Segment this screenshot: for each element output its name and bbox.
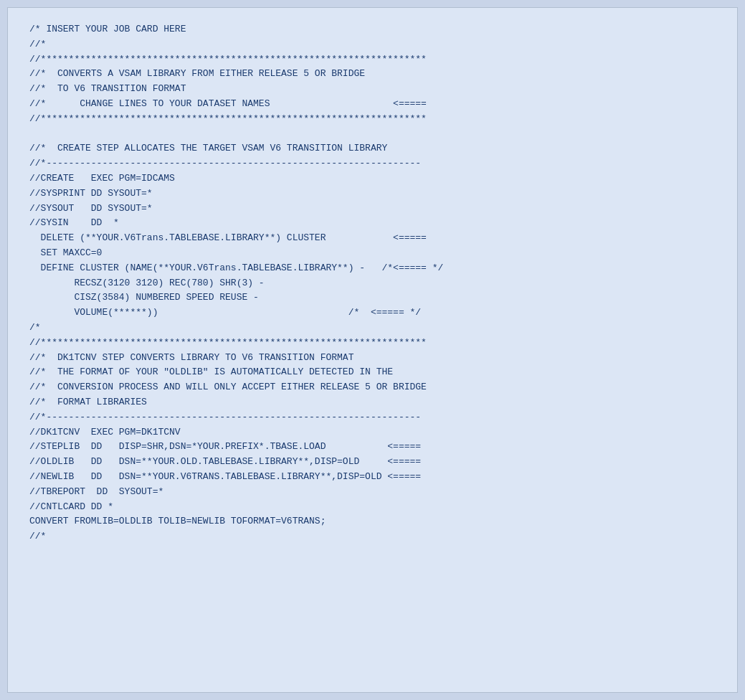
code-line-6: //**************************************… — [29, 112, 716, 127]
code-line-4: //* TO V6 TRANSITION FORMAT — [29, 82, 716, 97]
code-line-26: //*-------------------------------------… — [29, 410, 716, 425]
code-line-1: //* — [29, 37, 716, 52]
code-line-18: CISZ(3584) NUMBERED SPEED REUSE - — [29, 290, 716, 306]
code-block: /* INSERT YOUR JOB CARD HERE//*//*******… — [7, 7, 738, 693]
code-line-30: //NEWLIB DD DSN=**YOUR.V6TRANS.TABLEBASE… — [29, 470, 716, 485]
code-line-23: //* THE FORMAT OF YOUR "OLDLIB" IS AUTOM… — [29, 365, 716, 380]
code-line-32: //CNTLCARD DD * — [29, 500, 716, 515]
code-line-25: //* FORMAT LIBRARIES — [29, 395, 716, 410]
code-line-27: //DK1TCNV EXEC PGM=DK1TCNV — [29, 425, 716, 440]
code-line-8: //* CREATE STEP ALLOCATES THE TARGET VSA… — [29, 141, 716, 156]
code-line-14: DELETE (**YOUR.V6Trans.TABLEBASE.LIBRARY… — [29, 231, 716, 246]
code-line-5: //* CHANGE LINES TO YOUR DATASET NAMES <… — [29, 97, 716, 112]
code-line-29: //OLDLIB DD DSN=**YOUR.OLD.TABLEBASE.LIB… — [29, 455, 716, 470]
code-line-15: SET MAXCC=0 — [29, 246, 716, 261]
code-line-20: /* — [29, 321, 716, 336]
code-line-21: //**************************************… — [29, 336, 716, 351]
code-line-16: DEFINE CLUSTER (NAME(**YOUR.V6Trans.TABL… — [29, 261, 716, 276]
code-line-33: CONVERT FROMLIB=OLDLIB TOLIB=NEWLIB TOFO… — [29, 514, 716, 529]
code-line-34: //* — [29, 529, 716, 544]
code-line-11: //SYSPRINT DD SYSOUT=* — [29, 186, 716, 202]
code-line-0: /* INSERT YOUR JOB CARD HERE — [29, 22, 716, 37]
code-line-9: //*-------------------------------------… — [29, 156, 716, 171]
code-line-19: VOLUME(******)) /* <===== */ — [29, 306, 716, 321]
code-line-28: //STEPLIB DD DISP=SHR,DSN=*YOUR.PREFIX*.… — [29, 440, 716, 455]
code-line-12: //SYSOUT DD SYSOUT=* — [29, 202, 716, 217]
code-line-24: //* CONVERSION PROCESS AND WILL ONLY ACC… — [29, 380, 716, 395]
code-line-31: //TBREPORT DD SYSOUT=* — [29, 485, 716, 500]
code-line-3: //* CONVERTS A VSAM LIBRARY FROM EITHER … — [29, 67, 716, 82]
code-line-2: //**************************************… — [29, 52, 716, 67]
code-line-17: RECSZ(3120 3120) REC(780) SHR(3) - — [29, 276, 716, 291]
code-line-7 — [29, 127, 716, 142]
code-line-10: //CREATE EXEC PGM=IDCAMS — [29, 171, 716, 186]
code-line-13: //SYSIN DD * — [29, 216, 716, 231]
code-line-22: //* DK1TCNV STEP CONVERTS LIBRARY TO V6 … — [29, 351, 716, 366]
